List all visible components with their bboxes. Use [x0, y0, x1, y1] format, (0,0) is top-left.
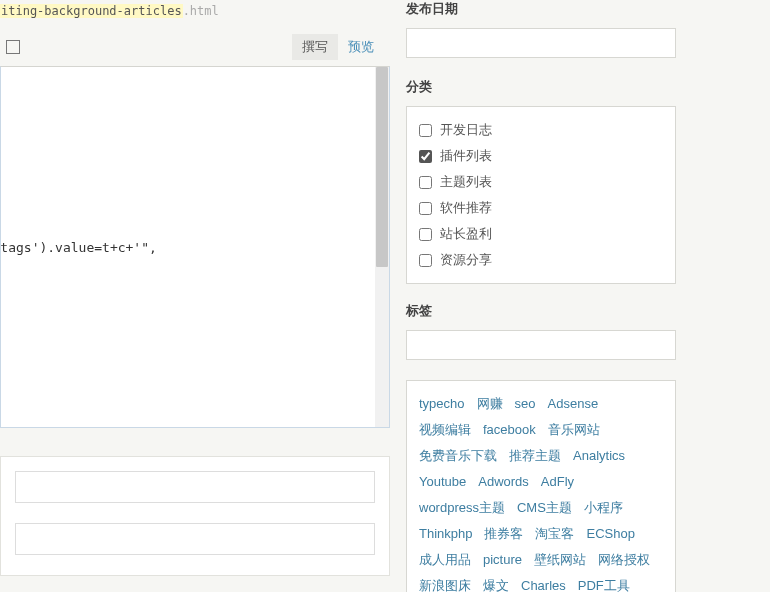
tag-link[interactable]: picture — [483, 547, 522, 573]
custom-field-input-2[interactable] — [15, 523, 375, 555]
tab-preview[interactable]: 预览 — [338, 34, 384, 60]
tag-link[interactable]: facebook — [483, 417, 536, 443]
tag-link[interactable]: PDF工具 — [578, 573, 630, 592]
tag-link[interactable]: 网赚 — [477, 391, 503, 417]
category-label: 主题列表 — [440, 173, 492, 191]
tag-link[interactable]: ECShop — [586, 521, 634, 547]
category-label: 软件推荐 — [440, 199, 492, 217]
tag-link[interactable]: Analytics — [573, 443, 625, 469]
tag-link[interactable]: 小程序 — [584, 495, 623, 521]
category-item[interactable]: 开发日志 — [419, 117, 663, 143]
tag-link[interactable]: 新浪图床 — [419, 573, 471, 592]
category-checkbox[interactable] — [419, 202, 432, 215]
category-item[interactable]: 软件推荐 — [419, 195, 663, 221]
editor-textarea[interactable]: ')->stack; ';document.getElementById('ta… — [0, 66, 390, 428]
category-item[interactable]: 资源分享 — [419, 247, 663, 273]
category-checkbox[interactable] — [419, 176, 432, 189]
category-checkbox[interactable] — [419, 150, 432, 163]
tag-link[interactable]: 成人用品 — [419, 547, 471, 573]
slug-bar[interactable]: iting-background-articles.html — [0, 0, 390, 22]
category-label: 站长盈利 — [440, 225, 492, 243]
slug-text[interactable]: iting-background-articles — [0, 4, 183, 18]
category-label: 资源分享 — [440, 251, 492, 269]
tag-link[interactable]: wordpress主题 — [419, 495, 505, 521]
editor-toolbar: 撰写 预览 — [0, 32, 390, 62]
category-item[interactable]: 插件列表 — [419, 143, 663, 169]
publish-date-label: 发布日期 — [406, 0, 770, 18]
tag-link[interactable]: typecho — [419, 391, 465, 417]
editor-tab-group: 撰写 预览 — [292, 34, 384, 60]
category-checkbox[interactable] — [419, 228, 432, 241]
tag-link[interactable]: seo — [515, 391, 536, 417]
tag-link[interactable]: 视频编辑 — [419, 417, 471, 443]
tag-link[interactable]: 推券客 — [484, 521, 523, 547]
tag-link[interactable]: 淘宝客 — [535, 521, 574, 547]
categories-label: 分类 — [406, 78, 770, 96]
editor-content[interactable]: ')->stack; ';document.getElementById('ta… — [0, 67, 375, 268]
publish-date-input[interactable] — [406, 28, 676, 58]
tag-link[interactable]: Youtube — [419, 469, 466, 495]
category-label: 开发日志 — [440, 121, 492, 139]
tag-link[interactable]: 免费音乐下载 — [419, 443, 497, 469]
tags-label: 标签 — [406, 302, 770, 320]
category-item[interactable]: 站长盈利 — [419, 221, 663, 247]
slug-extension: .html — [183, 4, 219, 18]
tag-link[interactable]: Adwords — [478, 469, 529, 495]
editor-scrollbar[interactable] — [375, 67, 389, 427]
categories-box: 开发日志插件列表主题列表软件推荐站长盈利资源分享 — [406, 106, 676, 284]
tag-link[interactable]: AdFly — [541, 469, 574, 495]
tag-link[interactable]: 网络授权 — [598, 547, 650, 573]
tag-link[interactable]: 推荐主题 — [509, 443, 561, 469]
tag-link[interactable]: CMS主题 — [517, 495, 572, 521]
tag-link[interactable]: Charles — [521, 573, 566, 592]
category-checkbox[interactable] — [419, 254, 432, 267]
custom-fields-panel — [0, 456, 390, 576]
category-checkbox[interactable] — [419, 124, 432, 137]
tag-link[interactable]: Adsense — [548, 391, 599, 417]
category-item[interactable]: 主题列表 — [419, 169, 663, 195]
tags-input[interactable] — [406, 330, 676, 360]
tag-link[interactable]: Thinkphp — [419, 521, 472, 547]
tag-link[interactable]: 音乐网站 — [548, 417, 600, 443]
editor-scrollbar-thumb[interactable] — [376, 67, 388, 267]
fullscreen-icon[interactable] — [6, 40, 20, 54]
tab-write[interactable]: 撰写 — [292, 34, 338, 60]
tag-link[interactable]: 爆文 — [483, 573, 509, 592]
tag-cloud: typecho网赚seoAdsense视频编辑facebook音乐网站免费音乐下… — [406, 380, 676, 592]
custom-field-input-1[interactable] — [15, 471, 375, 503]
tag-link[interactable]: 壁纸网站 — [534, 547, 586, 573]
category-label: 插件列表 — [440, 147, 492, 165]
